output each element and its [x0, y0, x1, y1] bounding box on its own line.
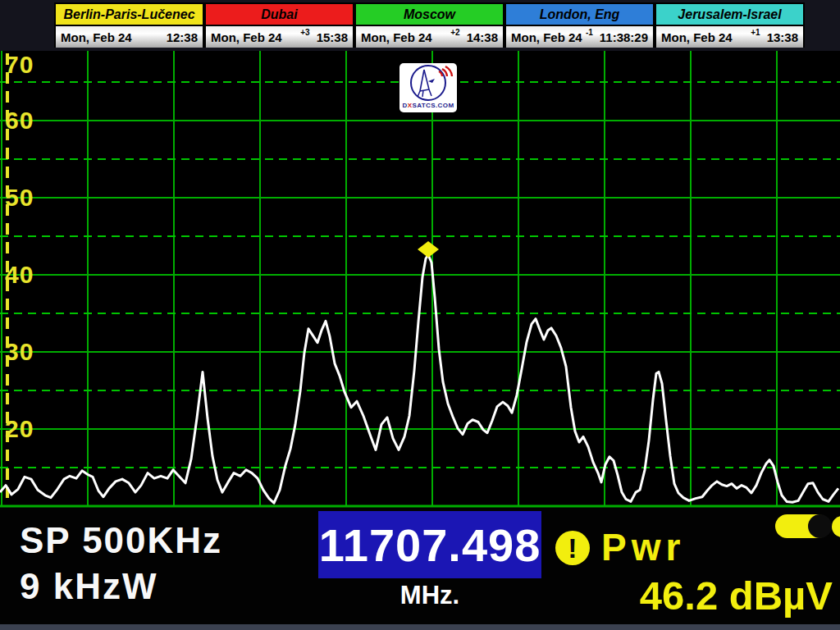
satellite-meter-screen: Berlin-Paris-Lučenec Mon, Feb 24 12:38 D… [0, 0, 840, 630]
dxsatcs-logo: DXSATCS.COM [399, 63, 457, 112]
clock-date: Mon, Feb 24 [511, 30, 582, 44]
toggle-knob[interactable] [832, 516, 840, 537]
clock-date: Mon, Feb 24 [61, 30, 132, 44]
clock-time: 13:38 [767, 30, 798, 44]
readout-bar: SP 500KHz 9 kHzW 11707.498 MHz. ! Pwr 46… [0, 509, 840, 630]
span-readout: SP 500KHz [20, 520, 222, 561]
frequency-display[interactable]: 11707.498 [318, 511, 541, 578]
clock-city-label: Jerusalem-Israel [656, 4, 803, 26]
power-value: 46.2 dBµV [574, 573, 833, 619]
clock-city-label: Dubai [206, 4, 353, 26]
clock-date: Mon, Feb 24 [211, 30, 282, 44]
world-clock-bar: Berlin-Paris-Lučenec Mon, Feb 24 12:38 D… [0, 0, 840, 51]
clock-city-label: Moscow [356, 4, 503, 26]
y-tick-label: 60 [5, 107, 34, 134]
y-tick-label: 50 [5, 185, 34, 211]
power-label: Pwr [601, 525, 685, 569]
clock-panel-moscow: Moscow Mon, Feb 24 +2 14:38 [354, 2, 504, 48]
alert-icon: ! [555, 531, 590, 565]
clock-date: Mon, Feb 24 [361, 30, 432, 44]
clock-date: Mon, Feb 24 [661, 30, 733, 44]
spectrum-trace [0, 255, 838, 504]
y-tick-label: 40 [5, 262, 34, 288]
clock-panel-berlin: Berlin-Paris-Lučenec Mon, Feb 24 12:38 [54, 2, 204, 48]
logo-wordmark: DXSATCS.COM [403, 103, 454, 109]
clock-time: 14:38 [467, 30, 498, 44]
clock-time: 12:38 [167, 30, 198, 44]
clock-city-label: London, Eng [506, 4, 653, 26]
spectrum-plot [0, 51, 840, 509]
clock-panel-dubai: Dubai Mon, Feb 24 +3 15:38 [204, 2, 354, 48]
clock-time: 15:38 [317, 30, 348, 44]
toggle-switch[interactable] [775, 514, 829, 538]
marker-diamond[interactable] [418, 241, 439, 258]
window-edge-strip [0, 624, 840, 630]
frequency-unit-label: MHz. [318, 581, 541, 610]
clock-time: 11:38:29 [600, 30, 648, 44]
y-tick-label: 20 [5, 416, 34, 442]
clock-utc-offset: +2 [450, 28, 459, 37]
clock-city-label: Berlin-Paris-Lučenec [56, 4, 203, 26]
y-tick-label: 30 [5, 339, 34, 365]
bandwidth-readout: 9 kHzW [20, 566, 158, 607]
clock-panel-london: London, Eng Mon, Feb 24 -1 11:38:29 [504, 2, 655, 48]
clock-panel-jerusalem: Jerusalem-Israel Mon, Feb 24 +1 13:38 [655, 2, 805, 48]
clock-utc-offset: -1 [586, 28, 593, 37]
toggle-notch [808, 514, 832, 538]
clock-utc-offset: +3 [300, 28, 309, 37]
clock-utc-offset: +1 [751, 28, 760, 37]
y-tick-label: 70 [5, 52, 34, 78]
satellite-dish-icon [401, 63, 455, 103]
spectrum-display: 706050403020 DXSATCS.COM [0, 51, 840, 509]
